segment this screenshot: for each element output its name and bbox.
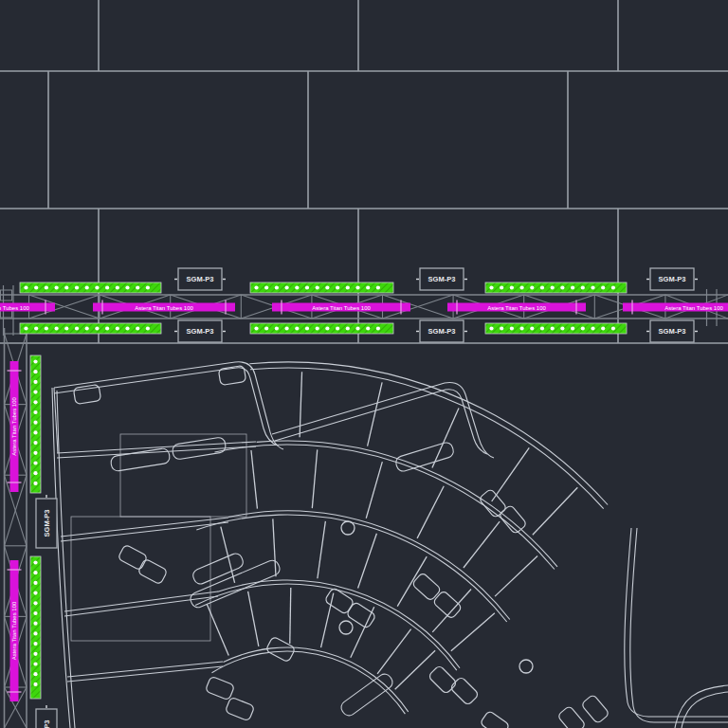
label-box-sgm-p3[interactable]: SGM-P3 xyxy=(174,268,226,290)
led-batten-sgm-p3[interactable] xyxy=(485,323,627,334)
tube-label: Astera Titan Tubes 100 xyxy=(312,305,371,311)
tube-label: Astera Titan Tubes 100 xyxy=(664,305,723,311)
truss-linework xyxy=(0,285,728,728)
label-box-sgm-p3-vertical[interactable]: SGM-P3 xyxy=(36,705,57,728)
label-box-sgm-p3-vertical[interactable]: SGM-P3 xyxy=(36,495,57,548)
tube-label: Astera Titan Tubes 100 xyxy=(11,601,17,660)
sgm-p3-label: SGM-P3 xyxy=(659,275,686,283)
led-batten-sgm-p3[interactable] xyxy=(20,323,161,334)
cad-drawing-viewport[interactable]: Astera Titan Tubes 100Astera Titan Tubes… xyxy=(0,0,728,728)
sgm-p3-label: SGM-P3 xyxy=(187,327,214,336)
cad-scene: Astera Titan Tubes 100Astera Titan Tubes… xyxy=(0,0,728,728)
led-batten-sgm-p3[interactable] xyxy=(250,323,393,334)
led-batten-sgm-p3[interactable] xyxy=(20,282,161,293)
tube-label: Astera Titan Tubes 100 xyxy=(11,396,17,455)
sgm-p3-label: SGM-P3 xyxy=(659,327,686,336)
sgm-p3-label: SGM-P3 xyxy=(187,275,214,283)
led-batten-sgm-p3[interactable] xyxy=(250,282,393,293)
led-batten-sgm-p3[interactable] xyxy=(30,556,41,699)
label-box-sgm-p3[interactable]: SGM-P3 xyxy=(416,320,467,342)
led-batten-sgm-p3[interactable] xyxy=(30,355,41,493)
led-batten-sgm-p3[interactable] xyxy=(485,282,627,293)
label-box-sgm-p3[interactable]: SGM-P3 xyxy=(416,268,467,290)
label-box-sgm-p3[interactable]: SGM-P3 xyxy=(646,268,698,290)
tube-label: Astera Titan Tubes 100 xyxy=(135,305,193,311)
tube-label: Astera Titan Tubes 100 xyxy=(487,305,546,311)
tube-label: Astera Titan Tubes 100 xyxy=(0,305,30,311)
sgm-p3-label: SGM-P3 xyxy=(428,275,456,283)
label-box-sgm-p3[interactable]: SGM-P3 xyxy=(646,320,698,342)
astera-titan-tube[interactable]: Astera Titan Tubes 100 xyxy=(93,300,235,315)
sgm-p3-label: SGM-P3 xyxy=(428,327,456,336)
curved-stage-structure xyxy=(52,362,728,728)
sgm-p3-label: SGM-P3 xyxy=(43,720,51,728)
fixtures-layer: Astera Titan Tubes 100Astera Titan Tubes… xyxy=(0,282,728,701)
astera-titan-tube[interactable]: Astera Titan Tubes 100 xyxy=(447,300,586,315)
label-box-sgm-p3[interactable]: SGM-P3 xyxy=(174,320,226,342)
labels-layer: SGM-P3SGM-P3SGM-P3SGM-P3SGM-P3SGM-P3SGM-… xyxy=(36,268,698,728)
sgm-p3-label: SGM-P3 xyxy=(43,510,51,537)
